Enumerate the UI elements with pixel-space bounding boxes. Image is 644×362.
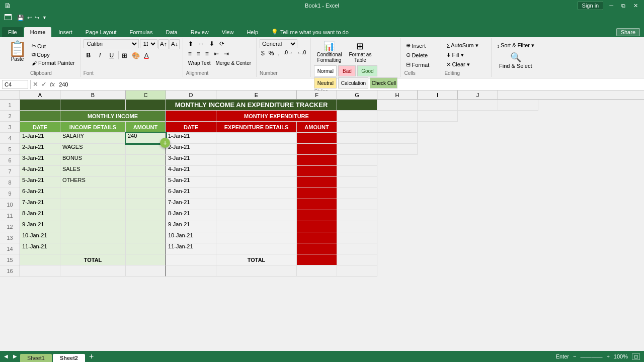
col-header-b[interactable]: B xyxy=(60,90,126,100)
cell-d6[interactable]: 3-Jan-21 xyxy=(166,155,216,166)
delete-button[interactable]: ⊖ Delete xyxy=(404,51,438,59)
cell-c7[interactable] xyxy=(126,166,166,177)
formula-input[interactable]: 240 xyxy=(57,80,642,89)
currency-icon[interactable]: $ xyxy=(260,49,266,57)
cell-g6[interactable] xyxy=(337,155,377,166)
normal-style[interactable]: Normal xyxy=(314,65,337,76)
underline-button[interactable]: U xyxy=(107,50,117,60)
row-num-12[interactable]: 12 xyxy=(0,221,20,232)
borders-icon[interactable]: ⊞ xyxy=(120,51,129,60)
fill-color-icon[interactable]: 🎨 xyxy=(130,51,141,60)
cell-e4[interactable] xyxy=(216,133,297,144)
cell-d10[interactable]: 7-Jan-21 xyxy=(166,199,216,210)
col-header-g[interactable]: G xyxy=(337,90,377,100)
row-num-5[interactable]: 5 xyxy=(0,144,20,155)
cell-j1[interactable] xyxy=(498,100,538,111)
cell-g5[interactable] xyxy=(337,144,377,155)
cell-c14[interactable] xyxy=(126,243,166,254)
row-num-14[interactable]: 14 xyxy=(0,243,20,254)
window-minimize-icon[interactable]: ─ xyxy=(607,3,615,9)
font-color-icon[interactable]: A xyxy=(143,51,150,60)
cell-g16[interactable] xyxy=(337,265,377,277)
share-button[interactable]: Share xyxy=(616,28,640,36)
row-num-4[interactable]: 4 xyxy=(0,133,20,144)
col-header-d[interactable]: D xyxy=(166,90,216,100)
cell-e11[interactable] xyxy=(216,210,297,221)
font-decrease-icon[interactable]: A↓ xyxy=(170,39,180,49)
cell-f1[interactable] xyxy=(337,100,377,111)
col-header-h[interactable]: H xyxy=(377,90,418,100)
cell-g1[interactable] xyxy=(377,100,418,111)
cell-a3-date[interactable]: DATE xyxy=(20,122,60,133)
cell-d14[interactable]: 11-Jan-21 xyxy=(166,243,216,254)
cell-e5[interactable] xyxy=(216,144,297,155)
decimal-increase-icon[interactable]: .0→ xyxy=(282,49,294,57)
cell-a1[interactable] xyxy=(20,100,60,111)
percent-icon[interactable]: % xyxy=(267,49,276,57)
cell-g12[interactable] xyxy=(337,221,377,232)
cell-a7[interactable]: 4-Jan-21 xyxy=(20,166,60,177)
cell-g2[interactable] xyxy=(337,111,377,122)
col-header-j[interactable]: J xyxy=(458,90,498,100)
tab-formulas[interactable]: Formulas xyxy=(124,27,159,37)
cell-g15[interactable] xyxy=(337,254,377,265)
col-header-e[interactable]: E xyxy=(216,90,297,100)
font-size-select[interactable]: 11 xyxy=(140,39,157,48)
cell-h2[interactable] xyxy=(377,111,418,122)
merge-center-button[interactable]: Merge & Center xyxy=(213,59,253,67)
conditional-formatting-button[interactable]: 📊 Conditional Formatting xyxy=(314,39,344,64)
row-num-9[interactable]: 9 xyxy=(0,188,20,199)
cell-a9[interactable]: 6-Jan-21 xyxy=(20,188,60,199)
cell-f14[interactable] xyxy=(297,243,337,254)
row-num-11[interactable]: 11 xyxy=(0,210,20,221)
sign-in-button[interactable]: Sign in xyxy=(578,1,604,10)
cell-d2[interactable] xyxy=(166,111,216,122)
cell-f13[interactable] xyxy=(297,232,337,243)
cell-b3-income-details[interactable]: INCOME DETAILS xyxy=(60,122,126,133)
tab-insert[interactable]: Insert xyxy=(52,27,78,37)
row-num-2[interactable]: 2 xyxy=(0,111,20,122)
cell-a15[interactable] xyxy=(20,254,60,265)
cell-f4[interactable] xyxy=(297,133,337,144)
cell-b9[interactable] xyxy=(60,188,126,199)
cell-f5[interactable] xyxy=(297,144,337,155)
cell-c13[interactable] xyxy=(126,232,166,243)
drag-handle[interactable]: + xyxy=(160,138,170,148)
cell-f7[interactable] xyxy=(297,166,337,177)
cell-b13[interactable] xyxy=(60,232,126,243)
cut-button[interactable]: ✂ Cut xyxy=(31,42,76,50)
cell-e6[interactable] xyxy=(216,155,297,166)
cell-c12[interactable] xyxy=(126,221,166,232)
tab-file[interactable]: File xyxy=(2,27,23,37)
cell-a10[interactable]: 7-Jan-21 xyxy=(20,199,60,210)
cell-total-income[interactable]: TOTAL xyxy=(60,254,126,265)
cell-income-header[interactable]: MONTHLY INCOME xyxy=(60,111,166,122)
align-middle-icon[interactable]: ↔ xyxy=(196,39,206,48)
cell-c15[interactable] xyxy=(126,254,166,265)
cell-b1[interactable] xyxy=(60,100,126,111)
cell-b4[interactable]: SALARY xyxy=(60,133,126,144)
row-num-15[interactable]: 15 xyxy=(0,254,20,265)
bold-button[interactable]: B xyxy=(84,50,94,60)
window-close-icon[interactable]: ✕ xyxy=(631,3,640,9)
row-num-6[interactable]: 6 xyxy=(0,155,20,166)
cell-d1-title[interactable]: MONTHLY INCOME AN EXPENDITURE TRACKER xyxy=(166,100,337,111)
row-num-16[interactable]: 16 xyxy=(0,265,20,277)
format-painter-button[interactable]: 🖌 Format Painter xyxy=(31,59,76,66)
cell-g13[interactable] xyxy=(337,232,377,243)
cell-g3[interactable] xyxy=(337,122,377,133)
cell-c6[interactable] xyxy=(126,155,166,166)
good-style[interactable]: Good xyxy=(357,65,377,76)
cell-f12[interactable] xyxy=(297,221,337,232)
cell-d16[interactable] xyxy=(166,265,216,277)
cell-c16[interactable] xyxy=(126,265,166,277)
number-format-select[interactable]: General xyxy=(260,39,297,48)
cell-a6[interactable]: 3-Jan-21 xyxy=(20,155,60,166)
cell-b6[interactable]: BONUS xyxy=(60,155,126,166)
cell-i2[interactable] xyxy=(418,111,458,122)
bad-style[interactable]: Bad xyxy=(338,65,356,76)
cell-a12[interactable]: 9-Jan-21 xyxy=(20,221,60,232)
cell-expenditure-header[interactable]: MONTHY EXPENDITURE xyxy=(216,111,337,122)
cell-i1[interactable] xyxy=(458,100,498,111)
cell-g7[interactable] xyxy=(337,166,377,177)
